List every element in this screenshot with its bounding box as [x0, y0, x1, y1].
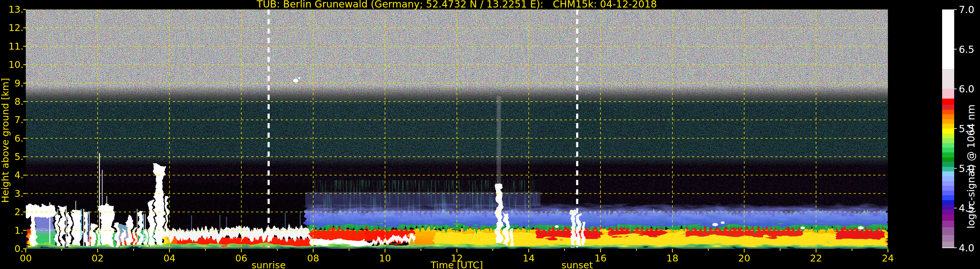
- y-tick-label: 8.: [14, 96, 24, 107]
- x-tick-label: 24: [882, 253, 894, 264]
- y-axis-title: Height above ground [km]: [0, 78, 11, 203]
- x-tick-label: 18: [667, 253, 679, 264]
- x-tick-label: 14: [523, 253, 535, 264]
- y-tick-label: 0.: [14, 243, 24, 254]
- colorbar-tick-label: 7.0: [959, 4, 974, 15]
- x-tick-label: 06: [235, 253, 248, 264]
- x-tick-label: 08: [307, 253, 319, 264]
- colorbar-title: log(rc-signal) @ 1064 nm: [965, 105, 977, 229]
- y-tick-label: 2.: [14, 206, 24, 217]
- plot-title: TUB: Berlin Grunewald (Germany; 52.4732 …: [256, 0, 657, 10]
- y-tick-label: 5.: [14, 151, 24, 162]
- y-tick-label: 1.: [14, 225, 24, 236]
- y-tick-label: 4.: [14, 169, 24, 180]
- sunset-label: sunset: [562, 259, 593, 269]
- sunrise-label: sunrise: [251, 259, 286, 269]
- y-tick-label: 13.: [8, 4, 24, 15]
- y-tick-label: 9.: [14, 78, 24, 89]
- colorbar-tick-label: 6.5: [959, 44, 974, 55]
- x-tick-label: 10: [379, 253, 391, 264]
- x-tick-label: 16: [595, 253, 607, 264]
- surface-blue-line: [26, 247, 888, 249]
- quicklook-svg: TUB: Berlin Grunewald (Germany; 52.4732 …: [0, 0, 980, 269]
- ceilometer-quicklook: TUB: Berlin Grunewald (Germany; 52.4732 …: [0, 0, 980, 269]
- x-tick-label: 00: [20, 253, 32, 264]
- y-tick-label: 11.: [8, 41, 24, 52]
- y-tick-label: 3.: [14, 188, 24, 199]
- y-tick-label: 6.: [14, 133, 24, 144]
- colorbar-tick-label: 6.0: [959, 83, 974, 95]
- y-tick-label: 12.: [8, 22, 24, 33]
- y-tick-label: 7.: [14, 114, 24, 125]
- y-tick-label: 10.: [8, 59, 24, 70]
- x-tick-label: 20: [738, 253, 751, 264]
- x-axis-title: Time [UTC]: [430, 259, 483, 269]
- colorbar-tick-label: 4.0: [959, 242, 974, 254]
- x-tick-label: 02: [92, 253, 104, 264]
- colorbar-gradient: [942, 10, 954, 248]
- x-tick-label: 22: [810, 253, 822, 264]
- x-tick-label: 04: [164, 253, 176, 264]
